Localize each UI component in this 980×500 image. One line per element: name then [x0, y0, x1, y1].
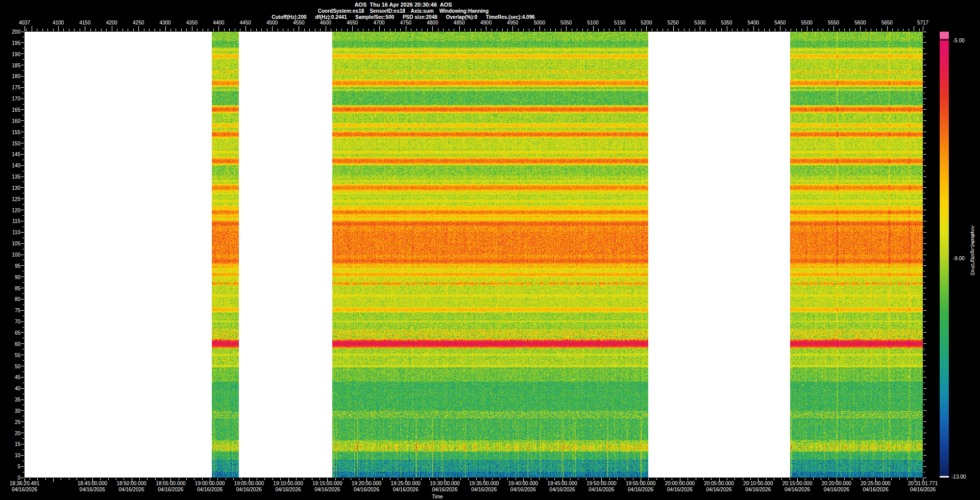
frequency-axis-tick [21, 76, 24, 77]
frequency-axis-right-tick [923, 433, 926, 433]
record-axis-tick [80, 29, 80, 31]
frequency-axis-label: 120 [3, 207, 20, 213]
record-axis-tick [411, 29, 411, 31]
time-axis-tick [398, 478, 398, 480]
spectrogram-canvas[interactable] [24, 32, 923, 478]
time-axis-tick [554, 478, 555, 480]
frequency-axis-label: 165 [3, 107, 20, 112]
frequency-axis-right-tick [923, 410, 926, 411]
record-axis-tick [229, 29, 230, 31]
frequency-axis-right-tick [923, 177, 926, 177]
record-axis-tick [47, 29, 48, 31]
frequency-axis-right-minor-tick [923, 416, 925, 416]
record-axis-label: 5500 [801, 20, 813, 26]
record-axis-tick [101, 29, 102, 31]
frequency-axis-minor-tick [22, 438, 24, 439]
frequency-axis-right-tick [923, 65, 926, 65]
record-axis-tick [58, 26, 59, 31]
frequency-axis-minor-tick [22, 260, 24, 260]
frequency-axis-right-tick [923, 154, 926, 155]
frequency-axis-tick [21, 65, 24, 65]
time-axis-tick [186, 478, 187, 480]
record-axis-tick [138, 26, 139, 31]
record-axis-tick [743, 29, 743, 31]
time-axis-tick [69, 478, 69, 480]
frequency-axis-right-tick [923, 299, 926, 299]
record-axis-tick [540, 26, 540, 31]
time-axis-tick [500, 478, 500, 480]
record-axis-tick [630, 29, 631, 31]
record-axis-tick [615, 29, 615, 31]
record-axis-tick [898, 29, 898, 31]
time-axis-label-date: 04/16/2026 [863, 487, 888, 492]
record-axis-tick [32, 26, 32, 31]
frequency-axis-tick [21, 478, 24, 478]
record-axis-tick [74, 29, 75, 31]
record-axis-tick [497, 29, 497, 31]
frequency-axis-label: 5 [3, 464, 20, 469]
frequency-axis-right-tick [923, 321, 926, 322]
record-axis-tick [657, 29, 657, 31]
record-axis-tick [352, 26, 353, 31]
frequency-axis-right-tick [923, 221, 926, 221]
time-axis-tick [734, 478, 735, 480]
time-axis-tick [648, 478, 649, 480]
frequency-axis-right-tick [923, 399, 926, 400]
record-axis-tick [695, 29, 695, 31]
time-axis-tick [703, 478, 704, 480]
time-axis-label-date: 04/16/2026 [471, 487, 497, 492]
frequency-axis-minor-tick [22, 137, 24, 138]
time-axis-tick [774, 478, 774, 480]
time-axis-tick [758, 478, 758, 482]
record-axis-tick [390, 29, 390, 31]
time-axis-tick [656, 478, 657, 480]
time-axis-label-date: 04/16/2026 [12, 487, 37, 492]
time-axis-tick [249, 478, 250, 482]
record-axis-tick [555, 29, 556, 31]
amplitude-axis-label: Amplitude(Log10(g^2/Hz)) [970, 226, 975, 276]
record-axis-tick [550, 29, 551, 31]
record-axis-tick [26, 29, 27, 31]
frequency-axis-minor-tick [22, 416, 24, 416]
record-axis-tick [438, 29, 438, 31]
frequency-axis-minor-tick [22, 204, 24, 205]
record-axis-tick [587, 29, 588, 31]
frequency-axis-tick [21, 109, 24, 110]
frequency-axis-right-minor-tick [923, 48, 925, 48]
frequency-axis-tick [21, 343, 24, 344]
record-axis-label: 4100 [53, 20, 64, 26]
record-axis-tick [283, 29, 283, 31]
record-axis-tick [331, 29, 331, 31]
frequency-axis-tick [21, 187, 24, 188]
time-axis-tick [837, 478, 837, 482]
time-axis-tick [53, 478, 54, 482]
record-axis-tick [876, 29, 877, 31]
record-axis-tick [256, 29, 257, 31]
record-axis-tick [24, 26, 25, 31]
record-axis-tick [593, 26, 594, 31]
frequency-axis-label: 25 [3, 419, 20, 424]
frequency-axis-label: 60 [3, 341, 20, 346]
record-axis-tick [561, 29, 561, 31]
record-axis-tick [855, 29, 855, 31]
time-axis-tick [139, 478, 140, 480]
time-axis-tick [460, 478, 461, 480]
frequency-axis-minor-tick [22, 383, 24, 383]
record-axis-tick [486, 26, 486, 31]
time-axis-tick [468, 478, 469, 480]
record-axis-label: 4037 [19, 20, 30, 26]
record-axis-tick [635, 29, 636, 31]
time-axis-tick [743, 478, 743, 480]
record-axis-tick [753, 26, 754, 31]
frequency-axis-right-tick [923, 332, 926, 333]
record-axis-tick [379, 26, 380, 31]
record-axis-tick [769, 29, 770, 31]
record-axis-tick [582, 29, 583, 31]
frequency-axis-label: 135 [3, 174, 20, 180]
time-axis-tick [437, 478, 437, 480]
frequency-axis-label: 155 [3, 129, 20, 135]
frequency-axis-label: 75 [3, 308, 20, 313]
record-axis-tick [727, 26, 727, 31]
record-axis-tick [369, 29, 369, 31]
frequency-axis-right-minor-tick [923, 271, 925, 271]
